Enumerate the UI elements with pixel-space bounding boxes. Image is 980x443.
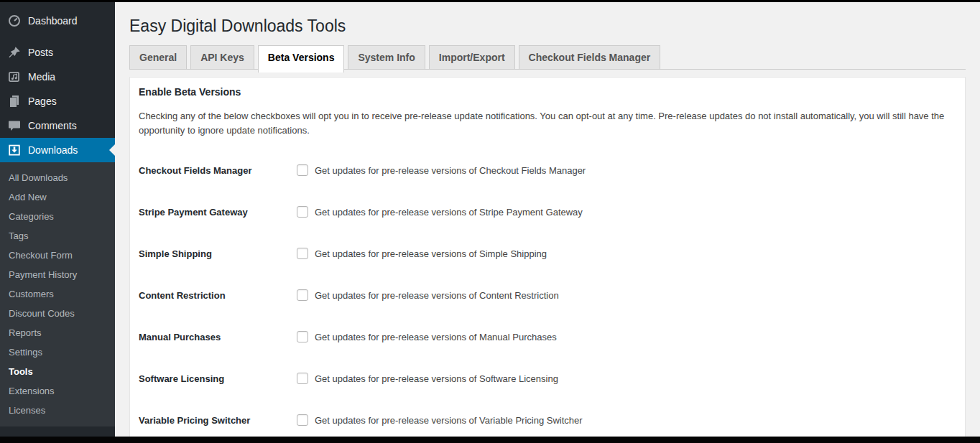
beta-checkbox[interactable]	[297, 414, 308, 426]
submenu-item-licenses[interactable]: Licenses	[0, 401, 115, 420]
pushpin-icon	[7, 45, 22, 60]
submenu-item-checkout-form[interactable]: Checkout Form	[0, 246, 115, 265]
sidebar-item-comments[interactable]: Comments	[0, 113, 115, 138]
addon-field: Get updates for pre-release versions of …	[297, 248, 547, 259]
addon-name: Manual Purchases	[139, 332, 297, 342]
beta-rows: Checkout Fields ManagerGet updates for p…	[139, 149, 956, 441]
admin-layout: DashboardPostsMediaPagesCommentsDownload…	[0, 0, 980, 443]
sidebar-item-downloads[interactable]: Downloads	[0, 138, 115, 162]
sidebar-item-label: Posts	[28, 47, 53, 58]
addon-name: Software Licensing	[139, 373, 297, 384]
beta-checkbox[interactable]	[297, 373, 308, 384]
submenu-item-extensions[interactable]: Extensions	[0, 381, 115, 401]
sidebar-item-media[interactable]: Media	[0, 65, 115, 89]
beta-row-checkout-fields-manager: Checkout Fields ManagerGet updates for p…	[139, 149, 956, 191]
beta-checkbox[interactable]	[297, 206, 308, 218]
sidebar-item-posts[interactable]: Posts	[0, 40, 115, 65]
sidebar-item-label: Downloads	[28, 144, 78, 156]
sidebar-item-label: Comments	[28, 120, 77, 131]
page-title: Easy Digital Downloads Tools	[129, 16, 966, 37]
sidebar-item-dashboard[interactable]: Dashboard	[0, 9, 115, 33]
submenu-item-all-downloads[interactable]: All Downloads	[0, 168, 115, 187]
addon-field: Get updates for pre-release versions of …	[297, 414, 583, 426]
sidebar-item-label: Pages	[28, 95, 57, 107]
tools-tab-bar: GeneralAPI KeysBeta VersionsSystem InfoI…	[129, 45, 966, 70]
pages-icon	[7, 94, 22, 108]
tab-import-export[interactable]: Import/Export	[429, 45, 515, 69]
checkbox-label[interactable]: Get updates for pre-release versions of …	[315, 165, 586, 176]
addon-name: Simple Shipping	[139, 248, 297, 259]
current-item-arrow	[109, 144, 115, 156]
download-icon	[7, 143, 22, 157]
submenu-item-categories[interactable]: Categories	[0, 207, 115, 226]
submenu-item-reports[interactable]: Reports	[0, 323, 115, 342]
media-icon	[7, 70, 22, 84]
admin-sidebar: DashboardPostsMediaPagesCommentsDownload…	[0, 0, 115, 443]
panel-heading: Enable Beta Versions	[139, 86, 956, 98]
submenu-item-tags[interactable]: Tags	[0, 226, 115, 246]
beta-row-content-restriction: Content RestrictionGet updates for pre-r…	[139, 274, 956, 316]
tab-api-keys[interactable]: API Keys	[190, 45, 254, 69]
downloads-submenu: All DownloadsAdd NewCategoriesTagsChecko…	[0, 162, 115, 426]
addon-field: Get updates for pre-release versions of …	[297, 289, 559, 301]
comment-icon	[7, 118, 22, 133]
beta-checkbox[interactable]	[297, 248, 308, 259]
tab-beta-versions[interactable]: Beta Versions	[258, 45, 345, 73]
beta-row-variable-pricing-switcher: Variable Pricing SwitcherGet updates for…	[139, 399, 956, 441]
tab-general[interactable]: General	[129, 45, 187, 69]
sidebar-item-label: Dashboard	[28, 15, 78, 27]
beta-row-simple-shipping: Simple ShippingGet updates for pre-relea…	[139, 233, 956, 274]
checkbox-label[interactable]: Get updates for pre-release versions of …	[315, 207, 583, 218]
beta-checkbox[interactable]	[297, 331, 308, 342]
checkbox-label[interactable]: Get updates for pre-release versions of …	[315, 415, 583, 426]
checkbox-label[interactable]: Get updates for pre-release versions of …	[315, 332, 557, 342]
checkbox-label[interactable]: Get updates for pre-release versions of …	[315, 248, 547, 259]
addon-name: Content Restriction	[139, 290, 297, 301]
checkbox-label[interactable]: Get updates for pre-release versions of …	[315, 290, 559, 301]
addon-name: Checkout Fields Manager	[139, 165, 297, 176]
window-bottom-edge	[0, 437, 980, 443]
submenu-item-discount-codes[interactable]: Discount Codes	[0, 304, 115, 323]
checkbox-label[interactable]: Get updates for pre-release versions of …	[315, 373, 558, 384]
main-content: Easy Digital Downloads Tools GeneralAPI …	[115, 0, 980, 443]
tab-system-info[interactable]: System Info	[348, 45, 425, 69]
sidebar-menu: DashboardPostsMediaPagesCommentsDownload…	[0, 9, 115, 162]
beta-row-software-licensing: Software LicensingGet updates for pre-re…	[139, 358, 956, 399]
tab-checkout-fields-manager[interactable]: Checkout Fields Manager	[519, 45, 661, 69]
beta-row-manual-purchases: Manual PurchasesGet updates for pre-rele…	[139, 316, 956, 358]
addon-field: Get updates for pre-release versions of …	[297, 164, 586, 176]
beta-checkbox[interactable]	[297, 164, 308, 176]
addon-field: Get updates for pre-release versions of …	[297, 206, 583, 218]
addon-name: Stripe Payment Gateway	[139, 207, 297, 218]
addon-field: Get updates for pre-release versions of …	[297, 331, 557, 342]
sidebar-item-label: Media	[28, 71, 55, 83]
sidebar-item-pages[interactable]: Pages	[0, 89, 115, 113]
dashboard-icon	[7, 14, 22, 28]
beta-row-stripe-payment-gateway: Stripe Payment GatewayGet updates for pr…	[139, 191, 956, 233]
addon-name: Variable Pricing Switcher	[139, 415, 297, 426]
window-top-edge	[0, 0, 980, 2]
beta-checkbox[interactable]	[297, 289, 308, 301]
beta-versions-panel: Enable Beta Versions Checking any of the…	[129, 77, 966, 443]
submenu-item-payment-history[interactable]: Payment History	[0, 265, 115, 284]
submenu-item-customers[interactable]: Customers	[0, 284, 115, 304]
panel-description: Checking any of the below checkboxes wil…	[139, 109, 956, 138]
submenu-item-settings[interactable]: Settings	[0, 342, 115, 362]
submenu-item-tools[interactable]: Tools	[0, 362, 115, 381]
submenu-item-add-new[interactable]: Add New	[0, 187, 115, 207]
addon-field: Get updates for pre-release versions of …	[297, 373, 558, 384]
